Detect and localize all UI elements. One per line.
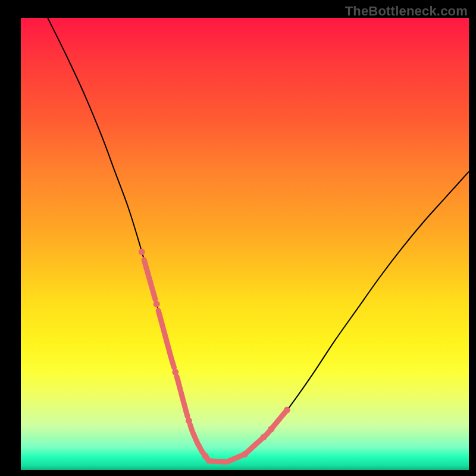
highlight-segment [158,311,174,368]
watermark-text: TheBottleneck.com [345,4,468,19]
highlight-dot [186,418,192,424]
highlight-segment [273,412,285,428]
highlight-segment [190,425,205,455]
chart-frame: TheBottleneck.com [0,0,476,476]
highlight-dot [268,425,274,432]
highlight-segment [206,455,242,462]
highlight-dot [172,369,178,375]
highlight-dot [154,301,160,308]
highlight-dot [202,453,209,459]
highlight-group [139,249,290,462]
highlight-segment [246,438,263,453]
highlight-segment [177,377,187,416]
highlight-dot [242,451,248,458]
highlight-dot [139,249,145,255]
curve-group [48,18,469,462]
highlight-segment [144,260,155,300]
chart-overlay [21,18,469,470]
bottleneck-curve [48,18,469,462]
highlight-dot [284,407,290,414]
highlight-dot [261,434,267,440]
